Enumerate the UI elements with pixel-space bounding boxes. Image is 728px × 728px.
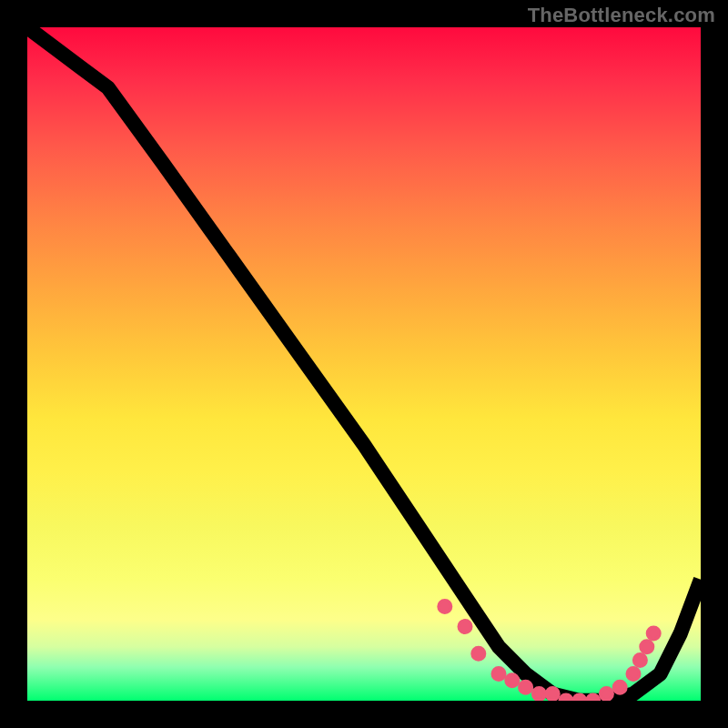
chart-frame: TheBottleneck.com xyxy=(0,0,728,728)
highlight-dot xyxy=(533,688,545,700)
highlight-dot xyxy=(492,668,504,680)
watermark-text: TheBottleneck.com xyxy=(528,4,715,27)
highlight-dot xyxy=(506,674,518,686)
bottleneck-curve xyxy=(27,27,701,701)
highlight-dot xyxy=(614,682,626,693)
highlight-dot xyxy=(459,621,470,632)
highlight-dot xyxy=(627,668,639,680)
highlight-dot xyxy=(587,694,599,701)
highlight-dot xyxy=(573,694,585,701)
highlight-dot xyxy=(547,688,559,700)
chart-overlay xyxy=(27,27,701,701)
highlight-dot xyxy=(634,654,646,666)
highlight-dot xyxy=(439,601,450,612)
highlight-dot xyxy=(648,627,660,639)
highlight-dot xyxy=(560,694,571,701)
highlight-dot xyxy=(601,688,612,700)
highlight-dot xyxy=(641,641,652,652)
highlight-dot xyxy=(520,682,531,693)
highlight-dot xyxy=(472,648,484,660)
